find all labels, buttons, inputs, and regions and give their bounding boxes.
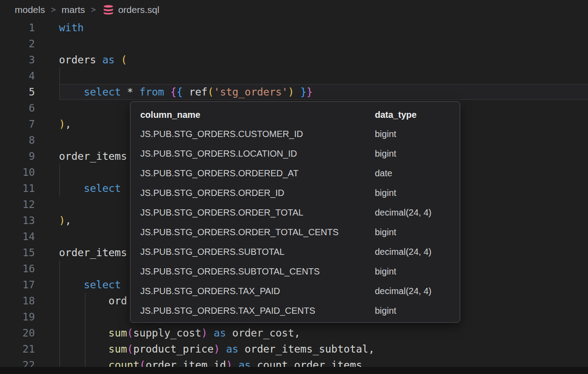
token: ( (127, 327, 133, 339)
popup-cell-column-name: JS.PUB.STG_ORDERS.SUBTOTAL (140, 247, 375, 257)
popup-cell-column-name: JS.PUB.STG_ORDERS.SUBTOTAL_CENTS (140, 266, 375, 277)
popup-cell-data-type: bigint (375, 266, 460, 277)
token: select (84, 279, 121, 291)
token (220, 343, 226, 355)
popup-cell-data-type: bigint (375, 188, 460, 198)
code-line[interactable]: 1with (0, 20, 588, 36)
token: with (59, 22, 84, 33)
token (115, 54, 121, 66)
code-line[interactable]: 4 (0, 68, 588, 84)
token (232, 359, 239, 367)
token (226, 327, 232, 339)
token: ( (127, 343, 133, 355)
token: order_items_subtotal, (244, 343, 374, 355)
token (133, 86, 139, 98)
line-number: 10 (0, 166, 35, 178)
code-line[interactable]: 21 sum(product_price) as order_items_sub… (0, 341, 588, 357)
breadcrumb-item-models[interactable]: models (15, 4, 45, 15)
popup-header-data-type: data_type (375, 110, 460, 120)
line-number: 16 (0, 263, 35, 274)
token: * (127, 86, 133, 98)
token: ( (139, 359, 146, 367)
token (239, 343, 245, 355)
line-number: 6 (0, 102, 35, 114)
token: 'stg_orders' (214, 86, 288, 98)
token: order_items (59, 247, 127, 258)
popup-cell-data-type: bigint (375, 306, 460, 316)
line-number: 22 (0, 359, 35, 367)
token: ) (288, 86, 294, 98)
popup-header-column-name: column_name (140, 110, 375, 120)
code-line[interactable]: 3orders as ( (0, 52, 588, 68)
token: ( (207, 86, 214, 98)
token: ) (226, 359, 232, 367)
breadcrumb-item-marts[interactable]: marts (62, 4, 85, 15)
line-number: 2 (0, 38, 35, 50)
token (183, 86, 189, 98)
token: orders (59, 54, 96, 66)
breadcrumb: models > marts > orders.sql (0, 0, 588, 20)
popup-cell-column-name: JS.PUB.STG_ORDERS.ORDER_TOTAL_CENTS (140, 227, 375, 237)
token: ref (189, 86, 208, 98)
code-text: select * from {{ ref('stg_orders') }} (59, 86, 313, 98)
popup-cell-column-name: JS.PUB.STG_ORDERS.ORDERED_AT (140, 168, 375, 179)
code-text: with (59, 22, 84, 33)
popup-cell-column-name: JS.PUB.STG_ORDERS.TAX_PAID_CENTS (140, 306, 375, 316)
line-number: 9 (0, 150, 35, 162)
breadcrumb-file-name[interactable]: orders.sql (118, 4, 159, 15)
popup-cell-data-type: bigint (375, 149, 460, 159)
token: as (102, 54, 115, 66)
code-text: sum(supply_cost) as order_cost, (59, 327, 300, 339)
code-line[interactable]: 22 count(order_item_id) as count_order_i… (0, 357, 588, 367)
token: from (139, 86, 164, 98)
popup-row: JS.PUB.STG_ORDERS.ORDER_IDbigint (130, 183, 460, 203)
line-number: 20 (0, 327, 35, 339)
code-text: ord (59, 295, 127, 307)
popup-cell-data-type: decimal(24, 4) (375, 247, 460, 257)
popup-row: JS.PUB.STG_ORDERS.ORDER_TOTALdecimal(24,… (130, 203, 460, 222)
token: { (176, 86, 183, 98)
line-number: 15 (0, 247, 35, 258)
token (251, 359, 257, 367)
token: ) (202, 327, 208, 339)
token: sum (109, 327, 127, 339)
token (121, 86, 127, 98)
token: order_item_id (146, 359, 226, 367)
code-line[interactable]: 5 select * from {{ ref('stg_orders') }} (0, 84, 588, 100)
line-number: 4 (0, 70, 35, 82)
column-preview-popup: column_name data_type JS.PUB.STG_ORDERS.… (130, 101, 460, 323)
popup-cell-column-name: JS.PUB.STG_ORDERS.CUSTOMER_ID (140, 129, 375, 139)
token: ord (109, 295, 127, 307)
token: , (65, 215, 71, 226)
popup-row: JS.PUB.STG_ORDERS.LOCATION_IDbigint (130, 144, 460, 163)
chevron-right-icon: > (51, 5, 56, 15)
popup-cell-data-type: bigint (375, 227, 460, 237)
popup-row: JS.PUB.STG_ORDERS.CUSTOMER_IDbigint (130, 124, 460, 144)
code-line[interactable]: 20 sum(supply_cost) as order_cost, (0, 325, 588, 341)
token: } (300, 86, 307, 98)
token (294, 86, 300, 98)
line-number: 12 (0, 199, 35, 210)
token: sum (109, 343, 127, 355)
popup-row: JS.PUB.STG_ORDERS.TAX_PAIDdecimal(24, 4) (130, 281, 460, 301)
code-text: orders as ( (59, 54, 127, 66)
popup-cell-column-name: JS.PUB.STG_ORDERS.ORDER_ID (140, 188, 375, 198)
popup-row: JS.PUB.STG_ORDERS.SUBTOTALdecimal(24, 4) (130, 242, 460, 262)
popup-cell-data-type: decimal(24, 4) (375, 208, 460, 218)
code-line[interactable]: 2 (0, 36, 588, 52)
token: ) (214, 343, 220, 355)
popup-cell-data-type: bigint (375, 129, 460, 139)
code-text: select (59, 183, 121, 194)
popup-cell-column-name: JS.PUB.STG_ORDERS.TAX_PAID (140, 286, 375, 296)
token: as (214, 327, 226, 339)
chevron-right-icon: > (91, 5, 96, 15)
popup-header-row: column_name data_type (130, 105, 460, 124)
code-text: count(order_item_id) as count_order_item… (59, 359, 362, 367)
line-number: 5 (0, 86, 35, 98)
line-number: 13 (0, 215, 35, 226)
code-text: order_items (59, 247, 127, 258)
database-icon (103, 4, 114, 15)
code-text: select (59, 279, 121, 291)
token: product_price (133, 343, 214, 355)
bottom-panel-strip (0, 367, 588, 374)
